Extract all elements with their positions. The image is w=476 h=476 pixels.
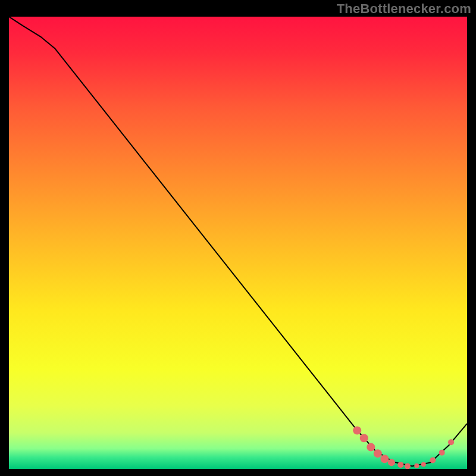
- curve-marker: [388, 459, 395, 466]
- curve-marker: [353, 426, 361, 434]
- curve-marker: [374, 449, 382, 458]
- chart-plot-area: [9, 17, 467, 469]
- curve-marker: [397, 462, 403, 468]
- curve-marker: [367, 443, 375, 452]
- curve-marker: [421, 462, 426, 466]
- curve-marker: [430, 458, 436, 464]
- curve-marker: [414, 464, 419, 468]
- curve-marker: [380, 455, 389, 463]
- curve-marker: [360, 434, 368, 442]
- chart-background: [9, 17, 467, 469]
- attribution-text: TheBottlenecker.com: [337, 1, 471, 17]
- curve-marker: [439, 450, 445, 456]
- curve-marker: [448, 439, 454, 445]
- chart-svg: [9, 17, 467, 469]
- curve-marker: [405, 463, 411, 469]
